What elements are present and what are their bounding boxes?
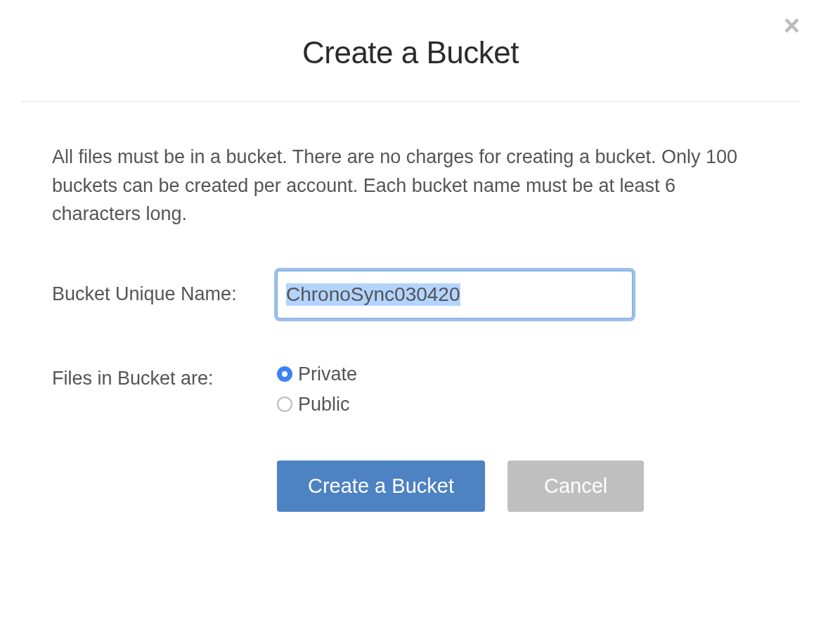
cancel-button[interactable]: Cancel [508,461,644,512]
close-button[interactable]: × [784,11,800,39]
dialog-title: Create a Bucket [21,0,800,101]
create-bucket-button[interactable]: Create a Bucket [277,461,485,512]
visibility-public-label: Public [298,394,350,416]
close-icon: × [784,10,800,41]
visibility-private-label: Private [298,363,357,385]
visibility-public-radio[interactable]: Public [277,394,357,416]
create-bucket-dialog: × Create a Bucket All files must be in a… [0,0,821,512]
visibility-private-radio[interactable]: Private [277,363,357,385]
visibility-label: Files in Bucket are: [52,363,277,389]
visibility-row: Files in Bucket are: Private Public [52,363,769,416]
bucket-name-row: Bucket Unique Name: [52,271,769,318]
bucket-name-input[interactable] [277,271,633,318]
bucket-name-input-wrapper [277,271,633,318]
radio-unchecked-icon [277,397,292,412]
dialog-actions: Create a Bucket Cancel [277,461,769,512]
dialog-body: All files must be in a bucket. There are… [21,102,800,512]
bucket-name-label: Bucket Unique Name: [52,283,277,305]
visibility-radio-group: Private Public [277,363,357,416]
dialog-description: All files must be in a bucket. There are… [52,143,769,228]
radio-checked-icon [277,366,292,382]
